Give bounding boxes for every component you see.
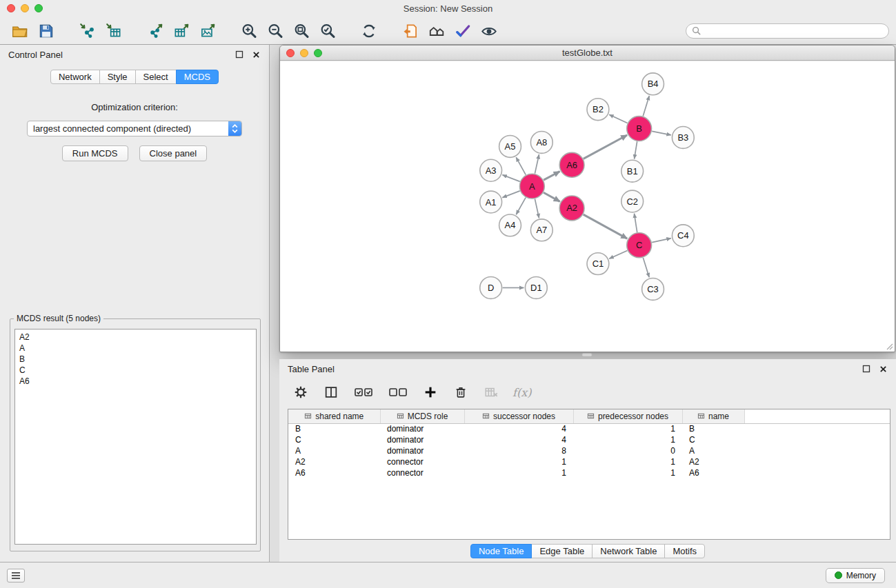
table-cell[interactable]: 1 bbox=[573, 434, 682, 445]
graph-node-B1[interactable]: B1 bbox=[621, 160, 644, 182]
column-header-name[interactable]: name bbox=[682, 409, 744, 423]
table-cell[interactable]: A6 bbox=[288, 467, 380, 478]
close-panel-icon[interactable] bbox=[252, 50, 261, 59]
graph-node-D1[interactable]: D1 bbox=[525, 277, 547, 299]
graph-node-C2[interactable]: C2 bbox=[621, 190, 644, 212]
table-cell[interactable]: connector bbox=[380, 456, 464, 467]
float-table-panel-icon[interactable] bbox=[862, 365, 870, 374]
graph-node-A6[interactable]: A6 bbox=[559, 152, 584, 177]
table-cell[interactable]: A bbox=[682, 445, 744, 456]
table-tab-motifs[interactable]: Motifs bbox=[664, 544, 705, 558]
search-input[interactable] bbox=[704, 26, 883, 37]
export-image-button[interactable] bbox=[196, 20, 219, 42]
mcds-result-item-c[interactable]: C bbox=[19, 365, 252, 376]
mcds-result-item-a6[interactable]: A6 bbox=[19, 376, 252, 387]
graph-node-C[interactable]: C bbox=[627, 233, 652, 258]
table-cell[interactable]: dominator bbox=[380, 423, 464, 434]
column-header-predecessor-nodes[interactable]: predecessor nodes bbox=[573, 409, 682, 423]
graph-edge-C-C3[interactable] bbox=[643, 258, 649, 278]
zoom-selected-button[interactable] bbox=[316, 20, 339, 42]
table-row-a2[interactable]: A2connector11A2 bbox=[288, 456, 890, 467]
save-session-button[interactable] bbox=[34, 20, 58, 42]
table-cell[interactable]: 8 bbox=[464, 445, 573, 456]
column-header-shared-name[interactable]: shared name bbox=[288, 409, 380, 423]
add-column-button[interactable] bbox=[421, 383, 439, 401]
import-table-button[interactable] bbox=[102, 20, 126, 42]
splitter-handle[interactable] bbox=[581, 353, 593, 357]
table-row-c[interactable]: Cdominator41C bbox=[288, 434, 890, 445]
graph-edge-A-A5[interactable] bbox=[516, 157, 526, 174]
deselect-all-button[interactable] bbox=[387, 383, 409, 401]
zoom-out-button[interactable] bbox=[263, 20, 287, 42]
graph-edge-C-C1[interactable] bbox=[609, 250, 627, 258]
close-app-button[interactable] bbox=[7, 4, 15, 12]
graph-node-A[interactable]: A bbox=[519, 174, 544, 199]
network-window-titlebar[interactable]: testGlobe.txt bbox=[280, 45, 895, 61]
minimize-network-window-button[interactable] bbox=[300, 49, 308, 57]
minimize-app-button[interactable] bbox=[21, 4, 29, 12]
table-row-a6[interactable]: A6connector11A6 bbox=[288, 467, 890, 478]
table-cell[interactable]: 1 bbox=[573, 467, 682, 478]
table-cell[interactable]: 0 bbox=[573, 445, 682, 456]
control-tab-mcds[interactable]: MCDS bbox=[176, 70, 219, 84]
delete-column-button[interactable] bbox=[452, 383, 470, 401]
graph-edge-B-B3[interactable] bbox=[652, 131, 671, 135]
mcds-result-item-a2[interactable]: A2 bbox=[19, 332, 252, 343]
graph-node-C3[interactable]: C3 bbox=[642, 278, 664, 301]
table-cell[interactable]: A2 bbox=[682, 456, 744, 467]
control-tab-select[interactable]: Select bbox=[135, 70, 177, 84]
window-resize-grip[interactable] bbox=[885, 342, 893, 350]
graph-node-A2[interactable]: A2 bbox=[559, 196, 584, 221]
graph-node-C1[interactable]: C1 bbox=[587, 253, 609, 275]
table-options-button[interactable] bbox=[292, 383, 310, 401]
zoom-in-button[interactable] bbox=[237, 20, 261, 42]
table-cell[interactable]: B bbox=[682, 423, 744, 434]
table-tab-edge-table[interactable]: Edge Table bbox=[531, 544, 593, 558]
table-cell[interactable]: B bbox=[288, 423, 380, 434]
control-tab-network[interactable]: Network bbox=[50, 70, 100, 84]
float-panel-icon[interactable] bbox=[235, 50, 243, 59]
select-all-button[interactable] bbox=[352, 383, 375, 401]
graph-edge-A-A6[interactable] bbox=[544, 172, 559, 181]
table-cell[interactable]: A bbox=[288, 445, 380, 456]
table-cell[interactable]: connector bbox=[380, 467, 464, 478]
close-panel-button[interactable]: Close panel bbox=[139, 145, 208, 161]
memory-button[interactable]: Memory bbox=[826, 568, 885, 583]
global-search[interactable] bbox=[686, 23, 889, 39]
zoom-fit-button[interactable] bbox=[290, 20, 313, 42]
table-cell[interactable]: A2 bbox=[288, 456, 380, 467]
graph-edge-A-A7[interactable] bbox=[535, 199, 539, 219]
mcds-result-item-b[interactable]: B bbox=[19, 354, 252, 365]
graph-edge-A-A1[interactable] bbox=[502, 191, 519, 198]
mcds-result-item-a[interactable]: A bbox=[19, 343, 252, 354]
export-network-button[interactable] bbox=[143, 20, 167, 42]
optimization-criterion-select[interactable]: largest connected component (directed) bbox=[27, 121, 242, 136]
table-cell[interactable]: C bbox=[288, 434, 380, 445]
table-cell[interactable]: 1 bbox=[464, 467, 573, 478]
graph-edge-B-B1[interactable] bbox=[635, 141, 637, 159]
control-tab-style[interactable]: Style bbox=[99, 70, 136, 84]
home-view-button[interactable] bbox=[425, 20, 448, 42]
function-builder-button[interactable]: f(x) bbox=[512, 383, 531, 401]
table-row-b[interactable]: Bdominator41B bbox=[288, 423, 890, 434]
table-row-a[interactable]: Adominator80A bbox=[288, 445, 890, 456]
table-cell[interactable]: 1 bbox=[573, 456, 682, 467]
graph-edge-A6-B[interactable] bbox=[584, 135, 627, 159]
table-tab-network-table[interactable]: Network Table bbox=[592, 544, 665, 558]
graph-edge-A-A4[interactable] bbox=[516, 198, 526, 215]
graph-edge-C-C2[interactable] bbox=[634, 214, 637, 232]
run-mcds-button[interactable]: Run MCDS bbox=[62, 145, 128, 161]
close-network-window-button[interactable] bbox=[286, 49, 295, 57]
graph-node-A5[interactable]: A5 bbox=[499, 135, 521, 157]
graph-node-B2[interactable]: B2 bbox=[587, 99, 609, 121]
table-cell[interactable]: dominator bbox=[380, 445, 464, 456]
task-history-button[interactable] bbox=[7, 569, 25, 582]
table-cell[interactable]: 1 bbox=[464, 456, 573, 467]
graph-edge-A-A2[interactable] bbox=[544, 192, 560, 201]
graph-node-A1[interactable]: A1 bbox=[480, 191, 502, 213]
table-cell[interactable]: 1 bbox=[573, 423, 682, 434]
table-cell[interactable]: 4 bbox=[464, 434, 573, 445]
show-columns-button[interactable] bbox=[322, 383, 340, 401]
import-network-button[interactable] bbox=[76, 20, 99, 42]
graph-edge-C-C4[interactable] bbox=[652, 239, 671, 243]
